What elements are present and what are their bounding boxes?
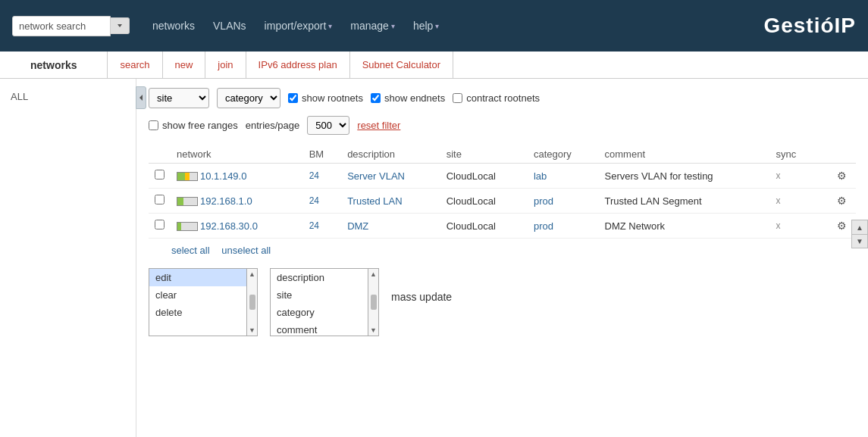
bm-link-2[interactable]: 24	[309, 220, 319, 231]
select-row: select all unselect all	[171, 245, 856, 256]
nav-import-export[interactable]: import/export ▾	[265, 20, 333, 32]
contract-rootnets-checkbox[interactable]	[453, 93, 462, 103]
show-endnets-label[interactable]: show endnets	[371, 92, 445, 104]
gear-btn-1[interactable]: ⚙	[834, 193, 850, 208]
search-dropdown-btn[interactable]	[111, 17, 130, 34]
sub-header-title: networks	[0, 52, 108, 78]
sub-header: networks search new join IPv6 address pl…	[0, 52, 868, 79]
mass-update-item-cat[interactable]: category	[271, 304, 368, 321]
page-scroll-down-btn[interactable]: ▼	[852, 234, 867, 248]
description-link-1[interactable]: Trusted LAN	[347, 195, 403, 207]
scroll-up-btn[interactable]: ▲	[249, 270, 255, 278]
site-cell-0: CloudLocal	[440, 164, 528, 189]
action-list-scrollbar[interactable]: ▲ ▼	[247, 268, 258, 336]
sub-header-links: search new join IPv6 address plan Subnet…	[108, 52, 453, 78]
contract-rootnets-label[interactable]: contract rootnets	[453, 92, 540, 104]
sub-link-ipv6[interactable]: IPv6 address plan	[246, 52, 350, 78]
category-cell-1: prod	[528, 189, 599, 214]
bottom-actions: editcleardelete ▲ ▼ descriptionsitecateg…	[149, 268, 856, 336]
sync-cell-0: x	[770, 164, 816, 189]
app-title: GestióIP	[763, 14, 856, 38]
sidebar-all-item[interactable]: ALL	[0, 86, 136, 107]
help-arrow: ▾	[435, 22, 439, 30]
mass-scroll-down-btn[interactable]: ▼	[370, 326, 377, 334]
site-filter-select[interactable]: site	[149, 88, 209, 108]
bm-link-1[interactable]: 24	[309, 195, 319, 206]
page-scroll-up-btn[interactable]: ▲	[852, 220, 867, 234]
th-comment: comment	[599, 145, 770, 164]
main-layout: ALL site category show rootnets show end…	[0, 79, 868, 437]
sync-cell-2: x	[770, 214, 816, 239]
network-link-1[interactable]: 192.168.1.0	[200, 195, 252, 207]
mass-update-item-desc[interactable]: description	[271, 269, 368, 286]
sub-link-join[interactable]: join	[205, 52, 246, 78]
nav-help[interactable]: help ▾	[413, 20, 439, 32]
mass-update-label: mass update	[391, 268, 452, 303]
network-link-2[interactable]: 192.168.30.0	[200, 220, 258, 232]
show-free-ranges-text: show free ranges	[162, 120, 238, 131]
search-wrap	[12, 16, 130, 36]
sub-link-new[interactable]: new	[163, 52, 206, 78]
usage-bar-0	[177, 172, 198, 181]
sidebar-collapse-btn[interactable]	[136, 86, 146, 109]
category-filter-select[interactable]: category	[217, 88, 280, 108]
reset-filter-btn[interactable]: reset filter	[357, 120, 400, 131]
row-checkbox-0[interactable]	[155, 170, 165, 179]
nav-manage[interactable]: manage ▾	[350, 20, 395, 32]
site-cell-2: CloudLocal	[440, 214, 528, 239]
th-actions	[816, 145, 856, 164]
row-checkbox-1[interactable]	[155, 195, 165, 204]
filter-bar-1: site category show rootnets show endnets…	[149, 88, 856, 108]
action-item-delete[interactable]: delete	[149, 304, 246, 321]
entries-select[interactable]: 500	[307, 116, 349, 135]
svg-marker-1	[139, 95, 143, 101]
th-site: site	[440, 145, 528, 164]
comment-cell-1: Trusted LAN Segment	[599, 189, 770, 214]
show-free-ranges-checkbox[interactable]	[149, 120, 158, 130]
th-sync: sync	[770, 145, 816, 164]
mass-scroll-thumb	[371, 295, 377, 310]
nav-networks[interactable]: networks	[152, 20, 195, 32]
entries-label: entries/page	[246, 120, 300, 131]
scroll-thumb	[249, 295, 255, 310]
show-endnets-checkbox[interactable]	[371, 93, 381, 103]
comment-cell-2: DMZ Network	[599, 214, 770, 239]
th-checkbox	[149, 145, 171, 164]
gear-btn-0[interactable]: ⚙	[834, 168, 850, 183]
select-all-link[interactable]: select all	[171, 245, 210, 256]
show-rootnets-label[interactable]: show rootnets	[288, 92, 363, 104]
contract-rootnets-text: contract rootnets	[466, 92, 540, 104]
sub-link-search[interactable]: search	[108, 52, 162, 78]
action-list: editcleardelete	[149, 268, 247, 336]
row-checkbox-2[interactable]	[155, 220, 165, 229]
header: networks VLANs import/export ▾ manage ▾ …	[0, 0, 868, 52]
scroll-down-btn[interactable]: ▼	[249, 326, 255, 334]
import-export-arrow: ▾	[328, 22, 332, 30]
table-header-row: network BM description site category com…	[149, 145, 856, 164]
show-free-ranges-label[interactable]: show free ranges	[149, 120, 238, 131]
action-item-clear[interactable]: clear	[149, 286, 246, 304]
sub-link-subnet-calc[interactable]: Subnet Calculator	[350, 52, 453, 78]
mass-update-scrollbar[interactable]: ▲ ▼	[368, 268, 379, 336]
mass-update-item-site[interactable]: site	[271, 286, 368, 304]
mass-update-list: descriptionsitecategorycomment	[270, 268, 368, 336]
action-item-edit[interactable]: edit	[149, 269, 246, 286]
gear-btn-2[interactable]: ⚙	[834, 218, 850, 233]
description-link-0[interactable]: Server VLAN	[347, 170, 405, 182]
unselect-all-link[interactable]: unselect all	[221, 245, 271, 256]
network-link-0[interactable]: 10.1.149.0	[200, 170, 246, 182]
usage-bar-2	[177, 222, 198, 231]
show-rootnets-text: show rootnets	[302, 92, 363, 104]
mass-update-item-comment[interactable]: comment	[271, 321, 368, 336]
th-bm: BM	[303, 145, 341, 164]
sidebar: ALL	[0, 79, 136, 437]
description-link-2[interactable]: DMZ	[347, 220, 368, 232]
network-search-input[interactable]	[12, 16, 111, 36]
nav-vlans[interactable]: VLANs	[213, 20, 246, 32]
site-cell-1: CloudLocal	[440, 189, 528, 214]
main-nav: networks VLANs import/export ▾ manage ▾ …	[152, 20, 763, 32]
th-category: category	[528, 145, 599, 164]
mass-scroll-up-btn[interactable]: ▲	[370, 270, 377, 278]
bm-link-0[interactable]: 24	[309, 170, 319, 181]
show-rootnets-checkbox[interactable]	[288, 93, 298, 103]
